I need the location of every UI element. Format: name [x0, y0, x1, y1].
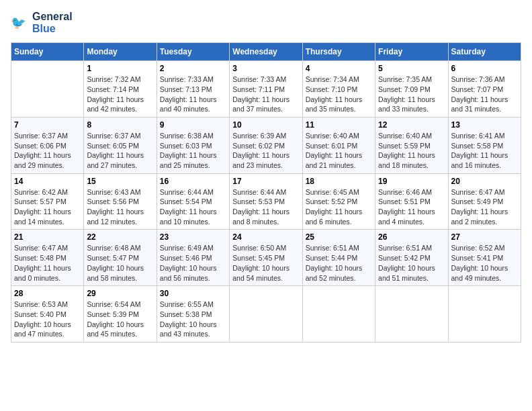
- calendar-cell: [230, 286, 302, 342]
- day-number: 19: [378, 177, 445, 186]
- day-info: Sunrise: 6:52 AM Sunset: 5:41 PM Dayligh…: [451, 243, 518, 283]
- calendar-cell: 20Sunrise: 6:47 AM Sunset: 5:49 PM Dayli…: [448, 173, 521, 230]
- day-number: 29: [87, 289, 153, 298]
- calendar-cell: 8Sunrise: 6:37 AM Sunset: 6:05 PM Daylig…: [84, 117, 157, 173]
- day-info: Sunrise: 6:42 AM Sunset: 5:57 PM Dayligh…: [14, 187, 81, 227]
- day-info: Sunrise: 7:35 AM Sunset: 7:09 PM Dayligh…: [378, 75, 445, 114]
- day-info: Sunrise: 6:37 AM Sunset: 6:06 PM Dayligh…: [14, 131, 81, 171]
- column-header-sunday: Sunday: [11, 43, 84, 61]
- day-info: Sunrise: 6:45 AM Sunset: 5:52 PM Dayligh…: [306, 187, 372, 227]
- calendar-cell: [11, 61, 84, 118]
- day-number: 25: [306, 232, 372, 242]
- day-number: 5: [378, 64, 445, 73]
- day-info: Sunrise: 6:53 AM Sunset: 5:40 PM Dayligh…: [14, 300, 81, 339]
- day-number: 22: [87, 232, 153, 242]
- day-number: 7: [14, 120, 81, 130]
- column-header-monday: Monday: [84, 43, 157, 61]
- calendar-week-row: 21Sunrise: 6:47 AM Sunset: 5:48 PM Dayli…: [11, 230, 521, 286]
- day-info: Sunrise: 6:51 AM Sunset: 5:42 PM Dayligh…: [378, 243, 445, 283]
- day-number: 4: [306, 64, 372, 73]
- calendar-cell: 1Sunrise: 7:32 AM Sunset: 7:14 PM Daylig…: [84, 61, 157, 118]
- logo-text-line1: General: [32, 11, 73, 23]
- logo-text-line2: Blue: [32, 23, 73, 35]
- calendar-cell: 13Sunrise: 6:41 AM Sunset: 5:58 PM Dayli…: [448, 117, 521, 173]
- day-info: Sunrise: 7:36 AM Sunset: 7:07 PM Dayligh…: [451, 75, 518, 114]
- calendar-cell: 14Sunrise: 6:42 AM Sunset: 5:57 PM Dayli…: [11, 173, 84, 230]
- calendar-week-row: 14Sunrise: 6:42 AM Sunset: 5:57 PM Dayli…: [11, 173, 521, 230]
- day-info: Sunrise: 6:44 AM Sunset: 5:53 PM Dayligh…: [232, 187, 299, 227]
- day-info: Sunrise: 6:39 AM Sunset: 6:02 PM Dayligh…: [232, 131, 299, 171]
- column-header-wednesday: Wednesday: [230, 43, 302, 61]
- day-info: Sunrise: 6:51 AM Sunset: 5:44 PM Dayligh…: [306, 243, 372, 283]
- calendar-cell: 17Sunrise: 6:44 AM Sunset: 5:53 PM Dayli…: [230, 173, 302, 230]
- day-info: Sunrise: 6:47 AM Sunset: 5:49 PM Dayligh…: [451, 187, 518, 227]
- day-number: 17: [232, 177, 299, 186]
- day-info: Sunrise: 6:40 AM Sunset: 6:01 PM Dayligh…: [306, 131, 372, 171]
- calendar-cell: [375, 286, 448, 342]
- day-info: Sunrise: 7:33 AM Sunset: 7:13 PM Dayligh…: [160, 75, 226, 114]
- day-number: 27: [451, 232, 518, 242]
- calendar-cell: 5Sunrise: 7:35 AM Sunset: 7:09 PM Daylig…: [375, 61, 448, 118]
- day-info: Sunrise: 6:49 AM Sunset: 5:46 PM Dayligh…: [160, 243, 226, 283]
- calendar-cell: 4Sunrise: 7:34 AM Sunset: 7:10 PM Daylig…: [302, 61, 375, 118]
- logo-icon: 🐦: [11, 13, 30, 32]
- day-info: Sunrise: 6:46 AM Sunset: 5:51 PM Dayligh…: [378, 187, 445, 227]
- day-info: Sunrise: 7:33 AM Sunset: 7:11 PM Dayligh…: [232, 75, 299, 114]
- day-number: 14: [14, 177, 81, 186]
- calendar-cell: 25Sunrise: 6:51 AM Sunset: 5:44 PM Dayli…: [302, 230, 375, 286]
- page-header: 🐦 General Blue: [11, 11, 521, 34]
- calendar-cell: 26Sunrise: 6:51 AM Sunset: 5:42 PM Dayli…: [375, 230, 448, 286]
- day-number: 28: [14, 289, 81, 298]
- calendar-cell: 2Sunrise: 7:33 AM Sunset: 7:13 PM Daylig…: [157, 61, 229, 118]
- day-number: 6: [451, 64, 518, 73]
- day-number: 8: [87, 120, 153, 130]
- day-number: 10: [232, 120, 299, 130]
- day-info: Sunrise: 6:44 AM Sunset: 5:54 PM Dayligh…: [160, 187, 226, 227]
- day-info: Sunrise: 7:32 AM Sunset: 7:14 PM Dayligh…: [87, 75, 153, 114]
- day-number: 2: [160, 64, 226, 73]
- day-info: Sunrise: 6:50 AM Sunset: 5:45 PM Dayligh…: [232, 243, 299, 283]
- calendar-cell: 18Sunrise: 6:45 AM Sunset: 5:52 PM Dayli…: [302, 173, 375, 230]
- svg-text:🐦: 🐦: [11, 15, 26, 30]
- column-header-tuesday: Tuesday: [157, 43, 229, 61]
- calendar-week-row: 7Sunrise: 6:37 AM Sunset: 6:06 PM Daylig…: [11, 117, 521, 173]
- day-number: 26: [378, 232, 445, 242]
- day-info: Sunrise: 6:41 AM Sunset: 5:58 PM Dayligh…: [451, 131, 518, 171]
- day-info: Sunrise: 6:47 AM Sunset: 5:48 PM Dayligh…: [14, 243, 81, 283]
- day-number: 11: [306, 120, 372, 130]
- calendar-cell: 12Sunrise: 6:40 AM Sunset: 5:59 PM Dayli…: [375, 117, 448, 173]
- calendar-cell: 21Sunrise: 6:47 AM Sunset: 5:48 PM Dayli…: [11, 230, 84, 286]
- calendar-cell: 27Sunrise: 6:52 AM Sunset: 5:41 PM Dayli…: [448, 230, 521, 286]
- day-number: 21: [14, 232, 81, 242]
- calendar-cell: 23Sunrise: 6:49 AM Sunset: 5:46 PM Dayli…: [157, 230, 229, 286]
- day-info: Sunrise: 6:37 AM Sunset: 6:05 PM Dayligh…: [87, 131, 153, 171]
- day-number: 23: [160, 232, 226, 242]
- calendar-cell: 10Sunrise: 6:39 AM Sunset: 6:02 PM Dayli…: [230, 117, 302, 173]
- calendar-cell: 11Sunrise: 6:40 AM Sunset: 6:01 PM Dayli…: [302, 117, 375, 173]
- column-header-thursday: Thursday: [302, 43, 375, 61]
- column-header-friday: Friday: [375, 43, 448, 61]
- day-number: 20: [451, 177, 518, 186]
- day-info: Sunrise: 6:38 AM Sunset: 6:03 PM Dayligh…: [160, 131, 226, 171]
- day-info: Sunrise: 7:34 AM Sunset: 7:10 PM Dayligh…: [306, 75, 372, 114]
- calendar-cell: 16Sunrise: 6:44 AM Sunset: 5:54 PM Dayli…: [157, 173, 229, 230]
- calendar-week-row: 1Sunrise: 7:32 AM Sunset: 7:14 PM Daylig…: [11, 61, 521, 118]
- column-header-saturday: Saturday: [448, 43, 521, 61]
- calendar-cell: 6Sunrise: 7:36 AM Sunset: 7:07 PM Daylig…: [448, 61, 521, 118]
- day-number: 13: [451, 120, 518, 130]
- calendar-cell: 3Sunrise: 7:33 AM Sunset: 7:11 PM Daylig…: [230, 61, 302, 118]
- calendar-week-row: 28Sunrise: 6:53 AM Sunset: 5:40 PM Dayli…: [11, 286, 521, 342]
- day-number: 18: [306, 177, 372, 186]
- day-number: 24: [232, 232, 299, 242]
- logo: 🐦 General Blue: [11, 11, 73, 34]
- calendar-cell: 7Sunrise: 6:37 AM Sunset: 6:06 PM Daylig…: [11, 117, 84, 173]
- day-number: 30: [160, 289, 226, 298]
- calendar-cell: [448, 286, 521, 342]
- calendar-cell: 15Sunrise: 6:43 AM Sunset: 5:56 PM Dayli…: [84, 173, 157, 230]
- day-info: Sunrise: 6:40 AM Sunset: 5:59 PM Dayligh…: [378, 131, 445, 171]
- day-info: Sunrise: 6:54 AM Sunset: 5:39 PM Dayligh…: [87, 300, 153, 339]
- day-info: Sunrise: 6:48 AM Sunset: 5:47 PM Dayligh…: [87, 243, 153, 283]
- day-number: 12: [378, 120, 445, 130]
- calendar-cell: [302, 286, 375, 342]
- day-number: 15: [87, 177, 153, 186]
